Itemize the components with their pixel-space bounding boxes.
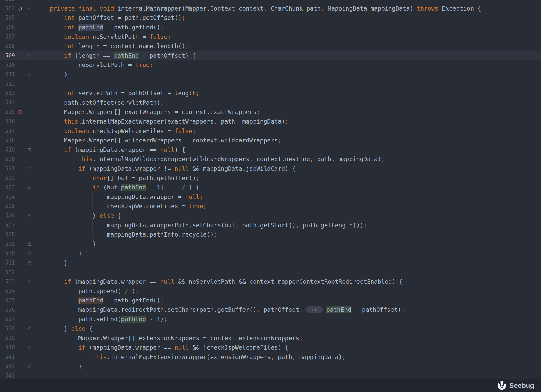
fold-collapse-icon[interactable] xyxy=(28,280,32,284)
fold-expand-icon[interactable] xyxy=(28,251,32,255)
code-line[interactable]: 539 Mapper.Wrapper[] extensionWrappers =… xyxy=(0,333,541,343)
gutter[interactable]: 522 xyxy=(0,173,34,183)
fold-expand-icon[interactable] xyxy=(28,327,32,331)
code-line[interactable]: 537 path.setEnd(pathEnd - 1); xyxy=(0,315,541,324)
gutter[interactable]: 503 xyxy=(0,0,34,4)
code-line[interactable]: 510 noServletPath = true; xyxy=(0,60,541,70)
fold-collapse-icon[interactable] xyxy=(28,6,32,11)
code-line[interactable]: 509 if (length == pathEnd - pathOffset) … xyxy=(0,51,541,60)
fold-expand-icon[interactable] xyxy=(28,261,32,265)
code-line[interactable]: 529 } xyxy=(0,239,541,249)
code-area[interactable]: 503504@ private final void internalMapWr… xyxy=(0,0,541,379)
gutter[interactable]: 515 xyxy=(0,107,34,117)
gutter[interactable]: 537 xyxy=(0,315,34,324)
code-line[interactable]: 536 mappingData.redirectPath.setChars(pa… xyxy=(0,305,541,315)
code-line[interactable]: 538 } else { xyxy=(0,324,541,334)
breakpoint-ring-icon[interactable] xyxy=(18,110,22,114)
gutter[interactable]: 505 xyxy=(0,13,34,23)
gutter[interactable]: 531 xyxy=(0,258,34,268)
gutter[interactable]: 511 xyxy=(0,70,34,79)
gutter[interactable]: 529 xyxy=(0,239,34,249)
code-line[interactable]: 512 xyxy=(0,79,541,89)
fold-collapse-icon[interactable] xyxy=(28,148,32,152)
gutter[interactable]: 524 xyxy=(0,192,34,202)
gutter[interactable]: 508 xyxy=(0,41,34,51)
code-line[interactable]: 511 } xyxy=(0,70,541,79)
fold-collapse-icon[interactable] xyxy=(28,185,32,189)
editor-pane[interactable]: 503504@ private final void internalMapWr… xyxy=(0,0,541,379)
gutter[interactable]: 530 xyxy=(0,249,34,258)
code-line[interactable]: 542 } xyxy=(0,362,541,371)
gutter[interactable]: 534 xyxy=(0,286,34,296)
code-line[interactable]: 530 } xyxy=(0,249,541,258)
gutter[interactable]: 540 xyxy=(0,343,34,352)
gutter[interactable]: 523 xyxy=(0,183,34,192)
gutter[interactable]: 538 xyxy=(0,324,34,334)
code-line[interactable]: 519 if (mappingData.wrapper == null) { xyxy=(0,145,541,155)
code-line[interactable]: 507 boolean noServletPath = false; xyxy=(0,32,541,41)
gutter[interactable]: 528 xyxy=(0,230,34,239)
code-line[interactable]: 506 int pathEnd = path.getEnd(); xyxy=(0,23,541,32)
fold-expand-icon[interactable] xyxy=(28,364,32,368)
code-line[interactable]: 533 if (mappingData.wrapper == null && n… xyxy=(0,277,541,286)
code-line[interactable]: 520 this.internalMapWildcardWrapper(wild… xyxy=(0,154,541,164)
code-line[interactable]: 526 } else { xyxy=(0,211,541,221)
code-line[interactable]: 541 this.internalMapExtensionWrapper(ext… xyxy=(0,352,541,362)
gutter[interactable]: 518 xyxy=(0,136,34,145)
code-line[interactable]: 525 checkJspWelcomeFiles = true; xyxy=(0,202,541,211)
gutter[interactable]: 541 xyxy=(0,352,34,362)
gutter[interactable]: 513 xyxy=(0,89,34,98)
gutter[interactable]: 542 xyxy=(0,362,34,371)
code-line[interactable]: 503 xyxy=(0,0,541,4)
fold-collapse-icon[interactable] xyxy=(28,167,32,171)
gutter[interactable]: 519 xyxy=(0,145,34,155)
gutter[interactable]: 516 xyxy=(0,117,34,126)
gutter[interactable]: 509 xyxy=(0,51,34,60)
gutter[interactable]: 510 xyxy=(0,60,34,70)
code-line[interactable]: 516 this.internalMapExactWrapper(exactWr… xyxy=(0,117,541,126)
code-line[interactable]: 513 int servletPath = pathOffset + lengt… xyxy=(0,89,541,98)
gutter[interactable]: 536 xyxy=(0,305,34,315)
fold-expand-icon[interactable] xyxy=(28,72,32,76)
fold-expand-icon[interactable] xyxy=(28,214,32,218)
code-line[interactable]: 522 char[] buf = path.getBuffer(); xyxy=(0,173,541,183)
code-line[interactable]: 505 int pathOffset = path.getOffset(); xyxy=(0,13,541,23)
gutter[interactable]: 517 xyxy=(0,126,34,136)
code-line[interactable]: 540 if (mappingData.wrapper == null && !… xyxy=(0,343,541,352)
code-line[interactable]: 543 xyxy=(0,371,541,379)
gutter[interactable]: 512 xyxy=(0,79,34,89)
code-line[interactable]: 517 boolean checkJspWelcomeFiles = false… xyxy=(0,126,541,136)
gutter[interactable]: 507 xyxy=(0,32,34,41)
gutter[interactable]: 514 xyxy=(0,98,34,108)
code-line[interactable]: 521 if (mappingData.wrapper != null && m… xyxy=(0,164,541,173)
gutter[interactable]: 539 xyxy=(0,333,34,343)
code-line[interactable]: 527 mappingData.wrapperPath.setChars(buf… xyxy=(0,220,541,230)
fold-expand-icon[interactable] xyxy=(28,242,32,246)
gutter[interactable]: 535 xyxy=(0,296,34,305)
fold-collapse-icon[interactable] xyxy=(28,54,32,58)
annotation-icon[interactable]: @ xyxy=(18,5,22,12)
gutter[interactable]: 504@ xyxy=(0,4,34,13)
gutter[interactable]: 521 xyxy=(0,164,34,173)
gutter[interactable]: 533 xyxy=(0,277,34,286)
code-line[interactable]: 504@ private final void internalMapWrapp… xyxy=(0,4,541,13)
gutter[interactable]: 532 xyxy=(0,267,34,277)
code-line[interactable]: 524 mappingData.wrapper = null; xyxy=(0,192,541,202)
code-line[interactable]: 518 Mapper.Wrapper[] wildcardWrappers = … xyxy=(0,136,541,145)
code-line[interactable]: 523 if (buf[pathEnd - 1] == '/') { xyxy=(0,183,541,192)
code-line[interactable]: 531 } xyxy=(0,258,541,268)
code-line[interactable]: 528 mappingData.pathInfo.recycle(); xyxy=(0,230,541,239)
code-line[interactable]: 515 Mapper.Wrapper[] exactWrappers = con… xyxy=(0,107,541,117)
code-line[interactable]: 532 xyxy=(0,267,541,277)
code-line[interactable]: 534 path.append('/'); xyxy=(0,286,541,296)
code-line[interactable]: 535 pathEnd = path.getEnd(); xyxy=(0,296,541,305)
gutter[interactable]: 520 xyxy=(0,154,34,164)
gutter[interactable]: 527 xyxy=(0,220,34,230)
gutter[interactable]: 506 xyxy=(0,23,34,32)
gutter[interactable]: 526 xyxy=(0,211,34,221)
fold-collapse-icon[interactable] xyxy=(28,345,32,350)
gutter[interactable]: 525 xyxy=(0,202,34,211)
code-line[interactable]: 508 int length = context.name.length(); xyxy=(0,41,541,51)
gutter[interactable]: 543 xyxy=(0,371,34,379)
code-line[interactable]: 514 path.setOffset(servletPath); xyxy=(0,98,541,108)
